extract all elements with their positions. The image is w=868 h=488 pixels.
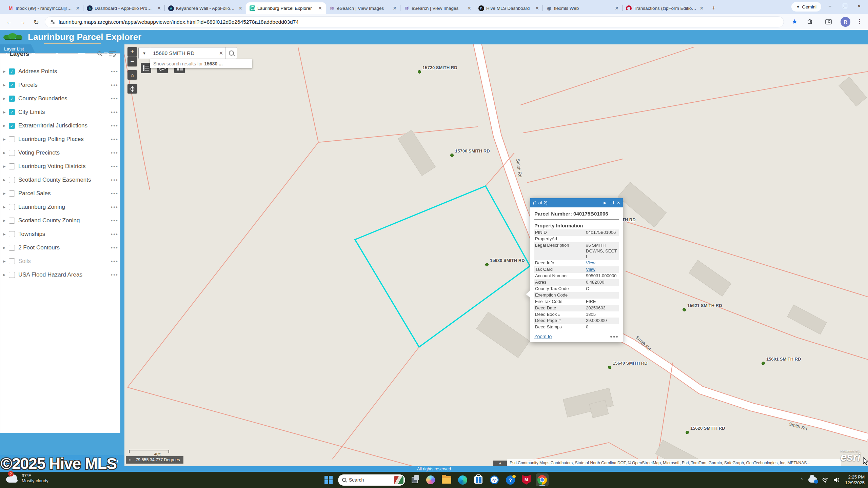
site-info-icon[interactable] [50,20,55,24]
layer-checkbox[interactable] [9,231,15,237]
expand-arrow-icon[interactable]: ▶ [0,151,9,155]
layer-checkbox[interactable] [9,190,15,197]
layer-checkbox[interactable] [9,258,15,264]
layer-menu-icon[interactable]: ●●● [111,151,118,155]
crosshair-icon[interactable] [128,458,132,462]
tab-close-icon[interactable]: ✕ [392,5,398,11]
layer-options-icon[interactable] [108,50,116,59]
layer-menu-icon[interactable]: ●●● [111,273,118,277]
browser-tab[interactable]: ≋ eSearch | View Images ✕ [326,2,400,14]
chrome-button[interactable] [536,473,549,486]
expand-arrow-icon[interactable]: ▶ [0,246,9,249]
layer-checkbox[interactable]: ✓ [9,123,15,129]
tray-clock[interactable]: 2:25 PM 12/9/2025 [845,474,865,486]
zoom-out-button[interactable]: − [127,57,137,66]
layer-menu-icon[interactable]: ●●● [111,70,118,73]
search-suggestion[interactable]: Show search results for 15680 ... [150,59,252,68]
expand-arrow-icon[interactable]: ▶ [0,192,9,195]
map-viewport[interactable]: 15720 SMITH RD15700 SMITH RD15680 SMITH … [124,44,868,472]
copilot-button[interactable] [424,473,437,486]
volume-icon[interactable] [833,477,840,483]
address-point-dot[interactable] [762,362,765,365]
layer-search-icon[interactable] [97,50,103,59]
layer-menu-icon[interactable]: ●●● [111,205,118,209]
layer-menu-icon[interactable]: ●●● [111,232,118,236]
layer-checkbox[interactable] [9,272,15,278]
expand-arrow-icon[interactable]: ▶ [0,178,9,182]
address-bar[interactable]: laurinburg.maps.arcgis.com/apps/webappvi… [45,16,784,27]
layer-menu-icon[interactable]: ●●● [111,124,118,127]
expand-arrow-icon[interactable]: ▶ [0,205,9,209]
layer-checkbox[interactable] [9,245,15,251]
mcafee-button[interactable]: M [520,473,533,486]
layer-checkbox[interactable] [9,218,15,224]
my-location-button[interactable] [127,84,137,94]
address-point-dot[interactable] [485,263,489,266]
attribute-value[interactable]: View [586,267,618,272]
address-point-dot[interactable] [608,366,611,369]
taskbar-search[interactable]: Search [338,474,405,486]
layer-checkbox[interactable] [9,136,15,142]
attribution-expand-button[interactable]: ▲— [493,461,507,466]
get-help-button[interactable]: ? [504,473,517,486]
window-restore-button[interactable] [838,0,852,12]
search-source-dropdown[interactable]: ▼ [139,47,150,59]
expand-arrow-icon[interactable]: ▶ [0,260,9,263]
edge-button[interactable] [456,473,469,486]
expand-arrow-icon[interactable]: ▶ [0,165,9,168]
browser-tab[interactable]: M Inbox (99) - randymccalljr@gm... ✕ [4,2,83,14]
search-clear-icon[interactable]: ✕ [217,47,225,59]
tray-chevron-icon[interactable]: ⌃ [800,477,804,483]
tab-close-icon[interactable]: ✕ [237,5,243,11]
start-button[interactable] [322,473,335,486]
browser-menu-icon[interactable]: ⋮ [856,18,863,25]
address-point-dot[interactable] [683,308,686,311]
popup-header[interactable]: (1 of 2) ▶ ✕ [530,198,623,207]
tab-close-icon[interactable]: ✕ [466,5,472,11]
layer-checkbox[interactable] [9,204,15,210]
popup-close-icon[interactable]: ✕ [617,201,620,205]
layer-checkbox[interactable] [9,163,15,169]
layer-menu-icon[interactable]: ●●● [111,83,118,87]
tab-close-icon[interactable]: ✕ [156,5,162,11]
wifi-icon[interactable] [822,477,829,483]
reload-button[interactable]: ↻ [32,18,41,26]
back-button[interactable]: ← [5,18,14,26]
tab-close-icon[interactable]: ✕ [698,5,705,11]
tab-close-icon[interactable]: ✕ [534,5,540,11]
expand-arrow-icon[interactable]: ▶ [0,83,9,87]
forward-button[interactable]: → [18,18,27,26]
search-submit-button[interactable] [225,47,237,59]
layer-checkbox[interactable]: ✓ [9,96,15,102]
browser-tab[interactable]: a Dashboard - AppFolio Property ✕ [83,2,165,14]
search-tabs-icon[interactable] [824,17,833,26]
window-minimize-button[interactable]: − [823,0,837,12]
browser-tab[interactable]: ◉ flexmls Web ✕ [543,2,623,14]
layer-checkbox[interactable] [9,150,15,156]
expand-arrow-icon[interactable]: ▶ [0,70,9,73]
task-view-button[interactable] [408,473,421,486]
layer-menu-icon[interactable]: ●●● [111,110,118,114]
popup-maximize-icon[interactable] [610,201,614,205]
hp-app-button[interactable]: hp [488,473,501,486]
weather-widget[interactable]: 2 37°F Mostly cloudy [5,473,48,483]
expand-arrow-icon[interactable]: ▶ [0,97,9,100]
expand-arrow-icon[interactable]: ▶ [0,110,9,114]
browser-tab[interactable]: Laurinburg Parcel Explorer ✕ [246,2,326,14]
new-tab-button[interactable]: + [709,4,718,13]
popup-next-icon[interactable]: ▶ [604,201,606,205]
layer-menu-icon[interactable]: ●●● [111,165,118,168]
window-close-button[interactable]: × [852,0,866,12]
layer-menu-icon[interactable]: ●●● [111,192,118,195]
layer-checkbox[interactable] [9,177,15,183]
expand-arrow-icon[interactable]: ▶ [0,219,9,222]
attribute-value[interactable]: View [586,260,618,266]
profile-avatar[interactable]: R [841,17,850,27]
browser-tab[interactable]: h Hive MLS Dashboard ✕ [475,2,543,14]
home-button[interactable]: ⌂ [127,70,137,80]
onedrive-icon[interactable] [808,477,817,483]
expand-arrow-icon[interactable]: ▶ [0,138,9,141]
address-point-dot[interactable] [686,431,689,434]
browser-tab[interactable]: a Keyandrea Wall - AppFolio Prop... ✕ [165,2,246,14]
extensions-icon[interactable] [806,17,814,26]
